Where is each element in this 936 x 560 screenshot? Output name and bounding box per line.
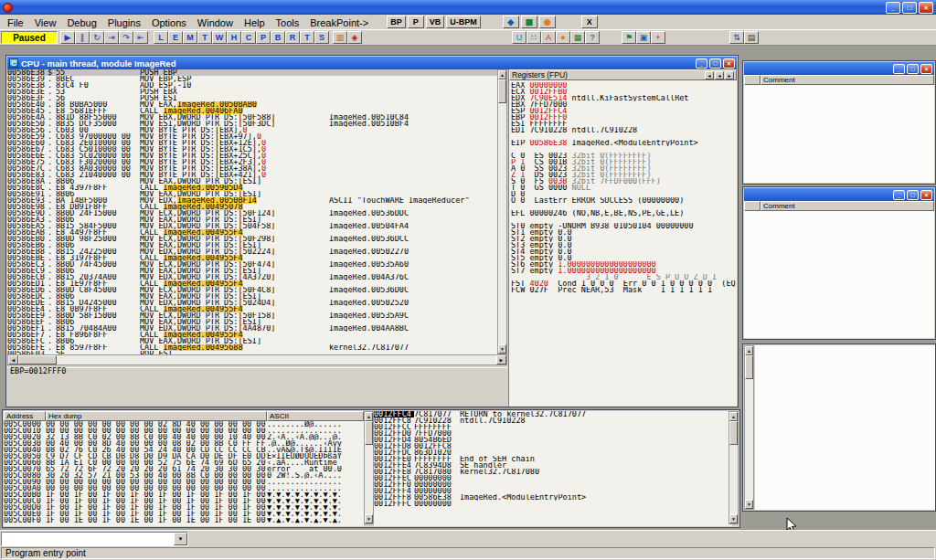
side-panel-scrollbar[interactable]: ▲ ▼ xyxy=(744,345,754,510)
register-line[interactable]: ST5 empty 0.0 xyxy=(509,255,737,261)
disasm-row[interactable]: 00586E50.8B35 DCF35000MOV ESI,DWORD PTR … xyxy=(7,121,497,127)
scrollbar-track[interactable] xyxy=(365,421,373,514)
disasm-row[interactable]: 00586EE9.8B0D 58F15000MOV ECX,DWORD PTR … xyxy=(7,312,497,319)
register-line[interactable]: ST1 empty 0.0 xyxy=(509,229,737,236)
disasm-row[interactable]: 00586E6E.C683 5C020000 00MOV BYTE PTR DS… xyxy=(7,153,497,159)
disasm-row[interactable]: 00586ED1.E8 1E97F8FFCALL ImageRed.004955… xyxy=(7,280,497,287)
register-line[interactable]: FST 4020 Cond 1 0 0 0 Err 0 0 1 0 0 0 0 … xyxy=(509,280,737,287)
stack-pane[interactable]: 0012FFC47C817077RETURN to kernel32.7C817… xyxy=(374,411,732,526)
scroll-down-icon[interactable]: ▼ xyxy=(745,500,753,509)
register-line[interactable]: T 0 GS 0000 NULL xyxy=(509,185,737,191)
disasm-row[interactable]: 00586EFC.8B06MOV EAX,DWORD PTR DS:[ESI] xyxy=(7,338,497,344)
disasm-row[interactable]: 00586EF1.8B15 70484A00MOV EDX,DWORD PTR … xyxy=(7,325,497,332)
stack-row[interactable]: 0012FFCCFFFFFFFF xyxy=(374,424,732,430)
dump-row[interactable]: 005C00A000 00 00 00 00 00 00 00 00 00 00… xyxy=(4,485,364,491)
disasm-row[interactable]: 00586E3E.53PUSH EBX xyxy=(7,89,497,95)
toolbar-letter-e-1[interactable]: E xyxy=(168,31,183,44)
run-button[interactable]: ▶ xyxy=(60,31,75,44)
disasm-row[interactable]: 00586E8C.E8 4397F8FFCALL ImageRed.005905… xyxy=(7,185,497,191)
stack-row[interactable]: 0012FFD07FFD7000 xyxy=(374,430,732,437)
disasm-row[interactable]: 00586E3B.83C4 F0ADD ESP,-10 xyxy=(7,82,497,89)
disasm-row[interactable]: 00586EE4.E8 0B97F8FFCALL ImageRed.004955… xyxy=(7,306,497,312)
dump-row[interactable]: 005C009000 00 00 00 00 00 00 00 00 00 00… xyxy=(4,479,364,485)
plugin-button-p[interactable]: P xyxy=(408,16,424,28)
scroll-up-icon[interactable]: ▲ xyxy=(498,70,506,79)
dump-row[interactable]: 005C00B01F 00 1F 00 1F 00 1F 00 1F 00 1F… xyxy=(4,491,364,498)
toolbar-letter-p-7[interactable]: P xyxy=(256,31,271,44)
diamond-icon[interactable]: ◆ xyxy=(503,16,519,28)
disasm-row[interactable]: 00586E40.B8 B0BA5000MOV EAX,ImageRed.005… xyxy=(7,101,497,108)
comment-window-2[interactable]: _ □ × Comment xyxy=(742,186,936,340)
register-line[interactable] xyxy=(509,146,737,153)
comment-window-1-titlebar[interactable]: _ □ × xyxy=(744,62,934,75)
close-icon[interactable]: × xyxy=(723,58,735,69)
register-line[interactable]: ST4 empty 0.0 xyxy=(509,248,737,255)
register-line[interactable]: EIP 00586E38 ImageRed.<ModuleEntryPoint> xyxy=(509,140,737,146)
dump-row[interactable]: 005C008030 20 32 57 21 00 53 00 40 00 8B… xyxy=(4,472,364,479)
register-line[interactable]: EBP 0012FFF0 xyxy=(509,114,737,121)
memory-map-button[interactable]: ▦ xyxy=(570,31,585,44)
register-line[interactable] xyxy=(509,204,737,210)
disasm-row[interactable]: 00586EB8.8B15 24225000MOV EDX,DWORD PTR … xyxy=(7,248,497,255)
toolbar-letter-b-8[interactable]: B xyxy=(271,31,285,44)
stack-row[interactable]: 0012FFDC863D1020 xyxy=(374,449,732,456)
disasm-row[interactable]: 00586E56.C603 00MOV BYTE PTR DS:[EBX],0 xyxy=(7,127,497,133)
disasm-row[interactable]: 00586ED6.8B0D C8F45000MOV ECX,DWORD PTR … xyxy=(7,287,497,293)
dump-row[interactable]: 005C0050C9 D7 CF CD CB DB D8 D0 D9 DA CA… xyxy=(4,453,364,460)
dump-row[interactable]: 005C003000 40 00 00 8D 40 00 00 00 08 02… xyxy=(4,440,364,447)
step-over-button[interactable]: ↷ xyxy=(119,31,133,44)
stack-row[interactable]: 0012FFC87C910228ntdll.7C910228 xyxy=(374,417,732,424)
register-line[interactable]: ESI FFFFFFFF xyxy=(509,121,737,127)
toolbar-letter-t-10[interactable]: T xyxy=(300,31,314,44)
disasm-row[interactable]: 00586EDC.8B06MOV EAX,DWORD PTR DS:[ESI] xyxy=(7,293,497,300)
plugin-bar-close-button[interactable]: X xyxy=(581,16,598,28)
breakpoint-button[interactable]: ● xyxy=(556,31,570,44)
stack-row[interactable]: 0012FFF400000000 xyxy=(374,488,732,494)
register-line[interactable]: ST6 empty 1.0000000000000000000 xyxy=(509,261,737,268)
stack-row[interactable]: 0012FFE87C817080kernel32.7C817080 xyxy=(374,469,732,475)
menu-item-view[interactable]: View xyxy=(29,16,62,30)
stack-row[interactable]: 0012FFD80012FFC8 xyxy=(374,443,732,449)
comment-window-1[interactable]: _ □ × Comment xyxy=(742,60,936,185)
registers-pane[interactable]: Registers (FPU) ◂ ◂ ▸ EAX 00000000ECX 00… xyxy=(508,69,737,407)
disasm-row[interactable]: 00586E75.C683 F3020000 00MOV BYTE PTR DS… xyxy=(7,159,497,165)
stack-row[interactable]: 0012FFF800586E38ImageRed.<ModuleEntryPoi… xyxy=(374,494,732,501)
disasm-row[interactable]: 00586E3F.56PUSH ESI xyxy=(7,95,497,101)
register-line[interactable]: ECX 0012FFB0 xyxy=(509,89,737,95)
cpu-titlebar[interactable]: C CPU - main thread, module ImageRed _ □… xyxy=(7,57,737,69)
disasm-row[interactable]: 00586E7C.C683 8A030000 00MOV BYTE PTR DS… xyxy=(7,165,497,172)
analysis-button[interactable]: ∷ xyxy=(526,31,541,44)
disasm-row[interactable]: 00586E9D.8B0D 24F15000MOV ECX,DWORD PTR … xyxy=(7,210,497,217)
disasm-row[interactable]: 00586ECB.8B15 20374A00MOV EDX,DWORD PTR … xyxy=(7,274,497,280)
appearance-button[interactable]: A xyxy=(541,31,556,44)
scrollbar-track[interactable] xyxy=(729,421,738,514)
toolbar-letter-r-9[interactable]: R xyxy=(285,31,300,44)
fpu-next-icon[interactable]: ▸ xyxy=(725,71,734,79)
toolbar-letter-l-0[interactable]: L xyxy=(154,31,168,44)
menu-item-help[interactable]: Help xyxy=(239,16,271,30)
menu-item-plugins[interactable]: Plugins xyxy=(102,16,146,30)
disasm-row[interactable]: 00586E83.C683 21040000 00MOV BYTE PTR DS… xyxy=(7,172,497,178)
menu-item-debug[interactable]: Debug xyxy=(61,16,101,30)
pause-button[interactable]: ∥ xyxy=(75,31,90,44)
dump-window[interactable]: Address Hex dump ASCII 005C000000 00 00 … xyxy=(2,409,740,528)
register-line[interactable]: Z 1 DS 0023 32bit 0(FFFFFFFF) xyxy=(509,172,737,178)
minimize-icon[interactable]: _ xyxy=(893,190,905,200)
dump-row[interactable]: 005C001000 00 00 00 00 00 00 00 00 00 00… xyxy=(4,428,364,434)
disasm-row[interactable]: 00586EEF.8B06MOV EAX,DWORD PTR DS:[ESI] xyxy=(7,319,497,325)
disasm-row[interactable]: 00586EC3.8B0D 74F45000MOV ECX,DWORD PTR … xyxy=(7,261,497,268)
register-line[interactable]: A 0 SS 0023 32bit 0(FFFFFFFF) xyxy=(509,165,737,172)
close-icon[interactable]: × xyxy=(919,2,933,14)
scroll-up-icon[interactable]: ▲ xyxy=(365,412,373,421)
disasm-row[interactable]: 00586E60.C683 2E010000 00MOV BYTE PTR DS… xyxy=(7,140,497,146)
register-line[interactable]: P 1 CS 001B 32bit 0(FFFFFFFF) xyxy=(509,159,737,165)
run-to-return-button[interactable]: ⇤ xyxy=(133,31,148,44)
disasm-row[interactable]: 00586E45.E8 5681EFFFCALL ImageRed.00406F… xyxy=(7,108,497,114)
disasm-row[interactable]: 00586EC9.8B06MOV EAX,DWORD PTR DS:[ESI] xyxy=(7,268,497,274)
minimize-icon[interactable]: _ xyxy=(696,58,707,69)
toolbar-letter-t-3[interactable]: T xyxy=(197,31,212,44)
register-line[interactable]: 3 2 1 0 E S P U O Z D I xyxy=(509,274,737,280)
combobox-dropdown-icon[interactable]: ▼ xyxy=(174,533,187,545)
disasm-row[interactable]: 00586E98.E8 DB91F8FFCALL ImageRed.004950… xyxy=(7,204,497,210)
disassembly-hscrollbar[interactable]: ◀ ▶ xyxy=(7,354,507,365)
